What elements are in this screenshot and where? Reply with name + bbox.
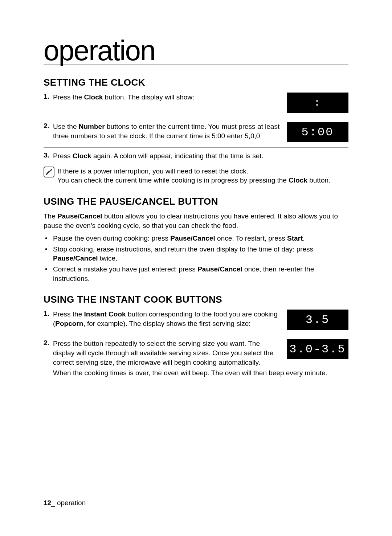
list-item: Correct a mistake you have just entered:… bbox=[53, 265, 348, 283]
clock-step-2: 2. Use the Number buttons to enter the c… bbox=[44, 122, 348, 148]
microwave-display: 3.0-3.5 bbox=[287, 339, 348, 359]
step-text: Use the Number buttons to enter the curr… bbox=[53, 122, 287, 140]
microwave-display: 5:00 bbox=[287, 122, 348, 142]
page-title: operation bbox=[44, 36, 348, 65]
list-item: Stop cooking, erase instructions, and re… bbox=[53, 245, 348, 263]
clock-step-1: 1. Press the Clock button. The display w… bbox=[44, 93, 348, 118]
step-number: 2. bbox=[44, 339, 53, 347]
pause-cancel-intro: The Pause/Cancel button allows you to cl… bbox=[44, 212, 348, 230]
step-text: Press the button repeatedly to select th… bbox=[53, 339, 287, 367]
instant-cook-continuation: When the cooking times is over, the oven… bbox=[53, 368, 348, 378]
step-text: Press the Instant Cook button correspond… bbox=[53, 310, 287, 328]
page-footer: 12_ operation bbox=[44, 499, 86, 507]
list-item: Pause the oven during cooking: press Pau… bbox=[53, 234, 348, 243]
step-number: 3. bbox=[44, 151, 53, 159]
section-heading-instant-cook: USING THE INSTANT COOK BUTTONS bbox=[44, 294, 348, 305]
instant-cook-step-2: 2. Press the button repeatedly to select… bbox=[44, 339, 348, 367]
clock-step-3: 3. Press Clock again. A colon will appea… bbox=[44, 151, 348, 163]
section-heading-clock: SETTING THE CLOCK bbox=[44, 77, 348, 88]
section-heading-pause-cancel: USING THE PAUSE/CANCEL BUTTON bbox=[44, 196, 348, 207]
microwave-display: 3.5 bbox=[287, 310, 348, 330]
note-icon bbox=[44, 167, 54, 177]
clock-note: If there is a power interruption, you wi… bbox=[44, 167, 348, 185]
step-number: 1. bbox=[44, 93, 53, 101]
note-text: If there is a power interruption, you wi… bbox=[57, 167, 330, 185]
pause-cancel-list: Pause the oven during cooking: press Pau… bbox=[44, 234, 348, 283]
microwave-display: : bbox=[287, 93, 348, 113]
instant-cook-step-1: 1. Press the Instant Cook button corresp… bbox=[44, 310, 348, 335]
step-text: Press the Clock button. The display will… bbox=[53, 93, 287, 102]
step-number: 1. bbox=[44, 310, 53, 318]
step-number: 2. bbox=[44, 122, 53, 130]
step-text: Press Clock again. A colon will appear, … bbox=[53, 151, 348, 161]
